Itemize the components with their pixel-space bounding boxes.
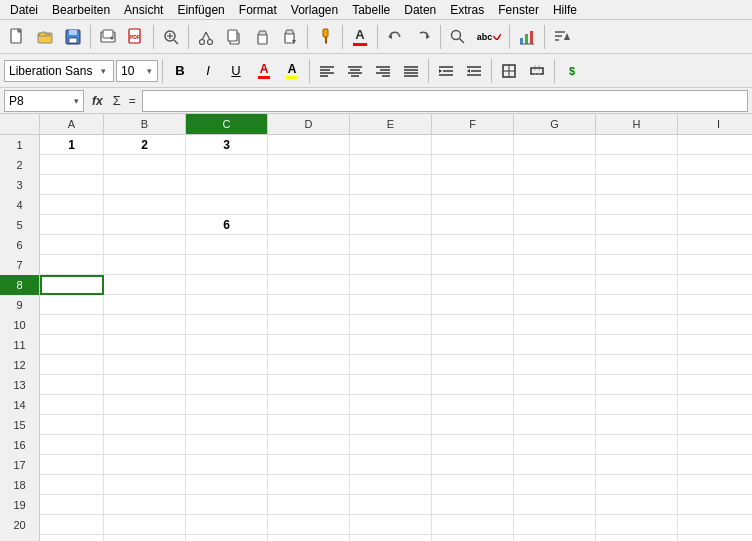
col-header-b[interactable]: B bbox=[104, 114, 186, 134]
list-item[interactable] bbox=[432, 315, 514, 335]
menu-tabelle[interactable]: Tabelle bbox=[346, 1, 396, 19]
row-header-2[interactable]: 2 bbox=[0, 155, 40, 175]
list-item[interactable] bbox=[678, 215, 752, 235]
list-item[interactable] bbox=[104, 195, 186, 215]
list-item[interactable] bbox=[268, 295, 350, 315]
list-item[interactable] bbox=[350, 135, 432, 155]
paste-special-button[interactable]: ▾ bbox=[277, 24, 303, 50]
list-item[interactable] bbox=[186, 355, 268, 375]
italic-button[interactable]: I bbox=[195, 58, 221, 84]
pdf-button[interactable]: PDF bbox=[123, 24, 149, 50]
list-item[interactable] bbox=[514, 195, 596, 215]
bold-button[interactable]: B bbox=[167, 58, 193, 84]
list-item[interactable] bbox=[596, 535, 678, 541]
list-item[interactable] bbox=[186, 275, 268, 295]
list-item[interactable] bbox=[678, 335, 752, 355]
list-item[interactable] bbox=[268, 275, 350, 295]
list-item[interactable] bbox=[514, 395, 596, 415]
list-item[interactable] bbox=[596, 155, 678, 175]
formula-input[interactable] bbox=[142, 90, 748, 112]
list-item[interactable] bbox=[268, 155, 350, 175]
list-item[interactable] bbox=[104, 315, 186, 335]
menu-fenster[interactable]: Fenster bbox=[492, 1, 545, 19]
list-item[interactable]: 6 bbox=[186, 215, 268, 235]
merge-button[interactable] bbox=[524, 58, 550, 84]
list-item[interactable] bbox=[350, 455, 432, 475]
list-item[interactable] bbox=[40, 275, 104, 295]
list-item[interactable] bbox=[350, 415, 432, 435]
row-header-12[interactable]: 12 bbox=[0, 355, 40, 375]
row-header-10[interactable]: 10 bbox=[0, 315, 40, 335]
row-header-13[interactable]: 13 bbox=[0, 375, 40, 395]
list-item[interactable] bbox=[40, 455, 104, 475]
list-item[interactable] bbox=[514, 215, 596, 235]
list-item[interactable] bbox=[678, 135, 752, 155]
list-item[interactable] bbox=[104, 235, 186, 255]
list-item[interactable] bbox=[432, 255, 514, 275]
list-item[interactable] bbox=[514, 515, 596, 535]
menu-ansicht[interactable]: Ansicht bbox=[118, 1, 169, 19]
list-item[interactable] bbox=[40, 535, 104, 541]
list-item[interactable] bbox=[268, 455, 350, 475]
row-header-1[interactable]: 1 bbox=[0, 135, 40, 155]
bg-color-button[interactable]: A bbox=[279, 58, 305, 84]
font-name-input[interactable] bbox=[9, 64, 99, 78]
list-item[interactable] bbox=[186, 295, 268, 315]
list-item[interactable] bbox=[514, 535, 596, 541]
list-item[interactable] bbox=[514, 415, 596, 435]
menu-format[interactable]: Format bbox=[233, 1, 283, 19]
char-color-button[interactable]: A bbox=[251, 58, 277, 84]
chart-button[interactable] bbox=[514, 24, 540, 50]
list-item[interactable] bbox=[350, 215, 432, 235]
list-item[interactable] bbox=[186, 195, 268, 215]
list-item[interactable] bbox=[432, 215, 514, 235]
list-item[interactable] bbox=[186, 175, 268, 195]
list-item[interactable] bbox=[432, 415, 514, 435]
list-item[interactable] bbox=[268, 515, 350, 535]
list-item[interactable] bbox=[596, 415, 678, 435]
list-item[interactable] bbox=[596, 435, 678, 455]
list-item[interactable] bbox=[432, 395, 514, 415]
undo-button[interactable] bbox=[382, 24, 408, 50]
redo-button[interactable] bbox=[410, 24, 436, 50]
list-item[interactable] bbox=[432, 155, 514, 175]
col-header-c[interactable]: C bbox=[186, 114, 268, 134]
list-item[interactable] bbox=[186, 535, 268, 541]
list-item[interactable] bbox=[40, 415, 104, 435]
list-item[interactable] bbox=[104, 475, 186, 495]
list-item[interactable] bbox=[40, 355, 104, 375]
list-item[interactable] bbox=[514, 455, 596, 475]
list-item[interactable] bbox=[40, 515, 104, 535]
list-item[interactable] bbox=[186, 495, 268, 515]
list-item[interactable] bbox=[40, 175, 104, 195]
menu-einfuegen[interactable]: Einfügen bbox=[171, 1, 230, 19]
list-item[interactable] bbox=[350, 155, 432, 175]
currency-button[interactable]: $ bbox=[559, 58, 585, 84]
list-item[interactable] bbox=[186, 255, 268, 275]
list-item[interactable] bbox=[350, 535, 432, 541]
list-item[interactable] bbox=[596, 215, 678, 235]
list-item[interactable] bbox=[186, 375, 268, 395]
row-header-19[interactable]: 19 bbox=[0, 495, 40, 515]
list-item[interactable] bbox=[40, 195, 104, 215]
align-center-button[interactable] bbox=[342, 58, 368, 84]
list-item[interactable] bbox=[596, 455, 678, 475]
col-header-g[interactable]: G bbox=[514, 114, 596, 134]
list-item[interactable] bbox=[432, 475, 514, 495]
list-item[interactable] bbox=[104, 455, 186, 475]
font-size-box[interactable]: ▾ bbox=[116, 60, 158, 82]
list-item[interactable] bbox=[514, 375, 596, 395]
list-item[interactable] bbox=[186, 155, 268, 175]
list-item[interactable] bbox=[350, 175, 432, 195]
list-item[interactable] bbox=[350, 375, 432, 395]
list-item[interactable]: 2 bbox=[104, 135, 186, 155]
list-item[interactable] bbox=[432, 175, 514, 195]
row-header-17[interactable]: 17 bbox=[0, 455, 40, 475]
list-item[interactable] bbox=[432, 435, 514, 455]
list-item[interactable] bbox=[514, 495, 596, 515]
find-button[interactable] bbox=[445, 24, 471, 50]
list-item[interactable] bbox=[40, 155, 104, 175]
list-item[interactable] bbox=[514, 135, 596, 155]
list-item[interactable] bbox=[104, 395, 186, 415]
list-item[interactable] bbox=[350, 255, 432, 275]
